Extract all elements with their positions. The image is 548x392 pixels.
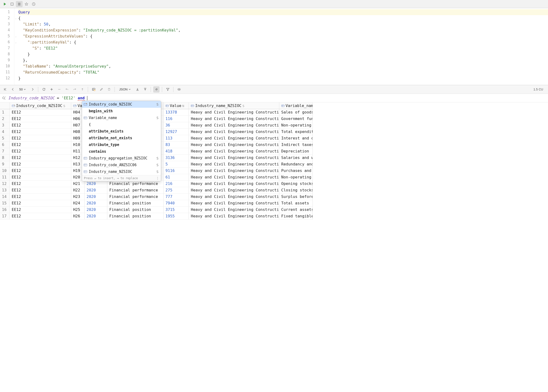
cell-value[interactable]: 9116: [163, 167, 189, 174]
completion-item[interactable]: attribute_type: [82, 141, 161, 148]
cell-industry-code[interactable]: EE12: [10, 206, 71, 213]
cell-industry-name[interactable]: Heavy and Civil Engineering Constructi: [189, 193, 279, 200]
table-row[interactable]: 16 EE12 H25 2020 Financial position 3715…: [0, 206, 313, 213]
cell-value[interactable]: 83: [163, 141, 189, 148]
cell-value[interactable]: 36: [163, 122, 189, 128]
completion-item[interactable]: Industry_aggregation_NZSIOC S: [82, 155, 161, 162]
cell-variable-code[interactable]: H22: [71, 187, 85, 193]
cell-variable-name[interactable]: Non-operating: [279, 122, 313, 128]
col-header-industry-name[interactable]: Industry_name_NZSIOCS: [189, 102, 279, 109]
cell-industry-code[interactable]: EE12: [10, 174, 71, 180]
cell-variable-name[interactable]: Opening stocks: [279, 180, 313, 187]
cell-industry-code[interactable]: EE12: [10, 200, 71, 206]
cell-industry-name[interactable]: Heavy and Civil Engineering Constructi: [189, 206, 279, 213]
submit-button[interactable]: [79, 86, 85, 93]
cell-year[interactable]: 2020: [84, 200, 107, 206]
cell-variable-name[interactable]: Purchases and: [279, 167, 313, 174]
refresh-button[interactable]: [41, 86, 47, 93]
completion-item[interactable]: begins_with: [82, 108, 161, 114]
completion-item[interactable]: contains: [82, 148, 161, 155]
cell-value[interactable]: 116: [163, 115, 189, 122]
cell-variable-name[interactable]: Depreciation: [279, 148, 313, 154]
add-row-button[interactable]: [48, 86, 55, 93]
cell-industry-name[interactable]: Heavy and Civil Engineering Constructi: [189, 128, 279, 135]
cell-industry-code[interactable]: EE12: [10, 180, 71, 187]
next-page-button[interactable]: [29, 86, 35, 93]
preview-button[interactable]: [176, 86, 182, 93]
cell-value[interactable]: 216: [163, 180, 189, 187]
completion-item[interactable]: (: [82, 121, 161, 128]
cell-variable-code[interactable]: H25: [71, 206, 85, 213]
cell-industry-code[interactable]: EE12: [10, 115, 71, 122]
cell-variable-code[interactable]: H26: [71, 213, 85, 219]
stop-button[interactable]: [9, 1, 15, 7]
completion-item[interactable]: Industry_code_ANZSIC06 S: [82, 162, 161, 168]
history-button[interactable]: [30, 1, 37, 7]
cell-variable-code[interactable]: H21: [71, 180, 85, 187]
cell-variable-code[interactable]: H23: [71, 193, 85, 200]
cell-variable-name[interactable]: Government fun: [279, 115, 313, 122]
cell-variable-name[interactable]: Total assets: [279, 200, 313, 206]
format-selector[interactable]: JSON: [117, 87, 133, 92]
cell-variable-name[interactable]: Redundancy and: [279, 161, 313, 167]
cell-value[interactable]: 113: [163, 135, 189, 141]
more-icon[interactable]: ⋮: [156, 176, 159, 180]
run-button[interactable]: [1, 1, 8, 7]
cell-value[interactable]: 777: [163, 193, 189, 200]
cell-variable-name[interactable]: Salaries and w: [279, 154, 313, 161]
cell-industry-code[interactable]: EE12: [10, 187, 71, 193]
cell-industry-code[interactable]: EE12: [10, 122, 71, 128]
cell-value[interactable]: 12927: [163, 128, 189, 135]
cell-variable-name[interactable]: Total expendit: [279, 128, 313, 135]
upload-button[interactable]: [142, 86, 148, 93]
cell-year[interactable]: 2020: [84, 206, 107, 213]
cell-category[interactable]: Financial performance: [107, 193, 163, 200]
cell-industry-code[interactable]: EE12: [10, 213, 71, 219]
download-button[interactable]: [134, 86, 141, 93]
completion-item[interactable]: Variable_name S: [82, 114, 161, 121]
cell-year[interactable]: 2020: [84, 187, 107, 193]
cell-industry-name[interactable]: Heavy and Civil Engineering Constructi: [189, 161, 279, 167]
cell-variable-name[interactable]: Non-operating: [279, 174, 313, 180]
cell-variable-name[interactable]: Current assets: [279, 206, 313, 213]
cell-industry-name[interactable]: Heavy and Civil Engineering Constructi: [189, 135, 279, 141]
col-header-variable-name[interactable]: Variable_nam: [279, 102, 313, 109]
options-button[interactable]: [16, 1, 23, 7]
cell-value[interactable]: 5: [163, 161, 189, 167]
cell-industry-name[interactable]: Heavy and Civil Engineering Constructi: [189, 109, 279, 115]
cell-industry-name[interactable]: Heavy and Civil Engineering Constructi: [189, 187, 279, 193]
col-header-industry-code[interactable]: Industry_code_NZSIOCS: [10, 102, 71, 109]
cell-industry-name[interactable]: Heavy and Civil Engineering Constructi: [189, 180, 279, 187]
cell-industry-code[interactable]: EE12: [10, 154, 71, 161]
cell-industry-code[interactable]: EE12: [10, 109, 71, 115]
editor-content[interactable]: Query { "Limit": 50, "KeyConditionExpres…: [17, 8, 548, 85]
cell-industry-name[interactable]: Heavy and Civil Engineering Constructi: [189, 115, 279, 122]
cell-value[interactable]: 3715: [163, 206, 189, 213]
cell-variable-name[interactable]: Fixed tangible: [279, 213, 313, 219]
link-button[interactable]: [153, 86, 160, 93]
cell-year[interactable]: 2020: [84, 180, 107, 187]
query-editor[interactable]: 123456 789101112 ⌄⌄⌄ Query { "Limit": 50…: [0, 8, 548, 85]
completion-item[interactable]: Industry_name_NZSIOC S: [82, 168, 161, 175]
cell-industry-code[interactable]: EE12: [10, 128, 71, 135]
completion-item[interactable]: attribute_not_exists: [82, 135, 161, 141]
cell-variable-name[interactable]: Indirect taxes: [279, 141, 313, 148]
cell-industry-name[interactable]: Heavy and Civil Engineering Constructi: [189, 148, 279, 154]
cell-industry-code[interactable]: EE12: [10, 141, 71, 148]
cell-value[interactable]: 418: [163, 148, 189, 154]
cell-category[interactable]: Financial position: [107, 206, 163, 213]
cell-year[interactable]: 2020: [84, 193, 107, 200]
cell-value[interactable]: 61: [163, 174, 189, 180]
cell-industry-code[interactable]: EE12: [10, 193, 71, 200]
cell-variable-name[interactable]: Closing stocks: [279, 187, 313, 193]
cell-industry-name[interactable]: Heavy and Civil Engineering Constructi: [189, 122, 279, 128]
cell-industry-code[interactable]: EE12: [10, 161, 71, 167]
completion-item[interactable]: Industry_code_NZSIOC S: [82, 101, 161, 108]
col-header-value[interactable]: ValueN: [163, 102, 189, 109]
edit-inline-button[interactable]: [91, 86, 97, 93]
table-row[interactable]: 15 EE12 H24 2020 Financial position 7940…: [0, 200, 313, 206]
remove-row-button[interactable]: [56, 86, 62, 93]
cell-industry-code[interactable]: EE12: [10, 135, 71, 141]
cell-value[interactable]: 7940: [163, 200, 189, 206]
table-row[interactable]: 14 EE12 H23 2020 Financial performance 7…: [0, 193, 313, 200]
